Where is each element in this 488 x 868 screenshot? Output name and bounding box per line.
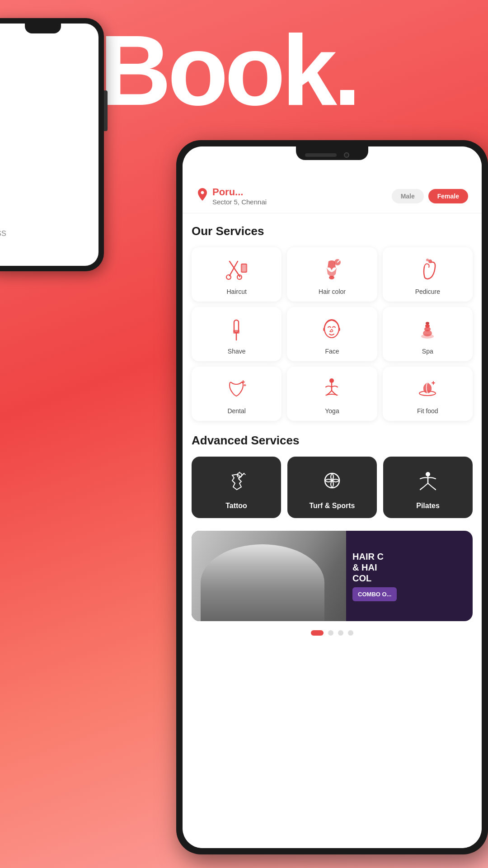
advanced-services-title: Advanced Services — [192, 434, 473, 448]
svg-line-0 — [230, 261, 240, 277]
promo-banner[interactable]: HAIR C& HAICOL COMBO O... — [192, 531, 473, 621]
svg-point-20 — [426, 322, 429, 325]
pagination-dots — [192, 621, 473, 640]
banner-title: HAIR C& HAICOL — [352, 551, 466, 584]
location-pin-icon — [196, 188, 209, 204]
service-card-spa[interactable]: Spa — [383, 307, 473, 361]
pedicure-label: Pedicure — [415, 288, 440, 295]
advanced-card-pilates[interactable]: Pilates — [383, 457, 473, 518]
spa-icon — [414, 316, 441, 343]
face-icon — [319, 316, 346, 343]
service-card-shave[interactable]: Shave — [192, 307, 282, 361]
notch — [296, 146, 368, 160]
yoga-label: Yoga — [325, 407, 339, 415]
hero-text: Book. — [99, 14, 357, 128]
our-services-title: Our Services — [192, 224, 473, 238]
gender-tabs: Male Female — [392, 189, 468, 203]
dental-label: Dental — [227, 407, 245, 415]
shave-icon — [223, 316, 250, 343]
app-content: Poru... Sector 5, Chennai Male Female Ou… — [183, 146, 482, 848]
svg-point-2 — [226, 275, 231, 279]
dot-2[interactable] — [328, 630, 333, 636]
advanced-card-tattoo[interactable]: Tattoo — [192, 457, 281, 518]
svg-point-25 — [329, 378, 334, 383]
svg-point-8 — [329, 276, 334, 279]
shave-label: Shave — [228, 348, 246, 355]
services-grid: Haircut Hair — [192, 247, 473, 421]
pilates-icon — [414, 469, 441, 496]
dental-icon — [223, 376, 250, 403]
tattoo-label: Tattoo — [225, 502, 247, 510]
tab-female-button[interactable]: Female — [428, 189, 468, 203]
banner-image — [192, 531, 346, 621]
dot-4[interactable] — [348, 630, 353, 636]
tab-male-button[interactable]: Male — [392, 189, 424, 203]
left-phone-notch — [25, 24, 61, 33]
phone-power-btn — [104, 90, 108, 131]
app-header: Poru... Sector 5, Chennai Male Female — [183, 164, 482, 213]
fitfood-icon — [414, 376, 441, 403]
header-location: Poru... Sector 5, Chennai — [196, 186, 267, 206]
service-card-fitfood[interactable]: Fit food — [383, 367, 473, 421]
svg-point-19 — [425, 324, 430, 328]
haircut-icon — [223, 256, 250, 283]
face-label: Face — [325, 348, 339, 355]
svg-point-33 — [426, 472, 430, 476]
combo-button[interactable]: COMBO O... — [352, 587, 397, 601]
tattoo-icon — [223, 469, 250, 496]
left-phone-partial-text: ss — [0, 227, 6, 239]
svg-point-11 — [426, 259, 429, 261]
sports-label: Turf & Sports — [309, 502, 355, 510]
service-card-pedicure[interactable]: Pedicure — [383, 247, 473, 302]
status-bar — [183, 146, 482, 164]
yoga-icon — [319, 376, 346, 403]
location-name: Poru... — [212, 186, 267, 198]
pedicure-icon — [414, 256, 441, 283]
service-card-face[interactable]: Face — [287, 307, 377, 361]
fitfood-label: Fit food — [417, 407, 438, 415]
service-card-yoga[interactable]: Yoga — [287, 367, 377, 421]
right-phone: Poru... Sector 5, Chennai Male Female Ou… — [176, 140, 488, 854]
svg-point-10 — [428, 259, 432, 263]
spa-label: Spa — [422, 348, 433, 355]
advanced-card-sports[interactable]: Turf & Sports — [287, 457, 377, 518]
dot-3[interactable] — [338, 630, 343, 636]
left-phone: ss — [0, 18, 104, 271]
sports-icon — [319, 469, 346, 496]
speaker-icon — [305, 153, 337, 157]
service-card-haircut[interactable]: Haircut — [192, 247, 282, 302]
service-card-haircolor[interactable]: Hair color — [287, 247, 377, 302]
left-phone-screen: ss — [0, 24, 99, 266]
advanced-grid: Tattoo — [192, 457, 473, 518]
camera-icon — [344, 152, 349, 158]
app-scroll-area[interactable]: Our Services — [183, 213, 482, 848]
haircolor-icon — [319, 256, 346, 283]
notch-row — [305, 149, 349, 158]
location-sub: Sector 5, Chennai — [212, 198, 267, 206]
service-card-dental[interactable]: Dental — [192, 367, 282, 421]
hair-silhouette — [201, 544, 324, 621]
haircut-label: Haircut — [226, 288, 246, 295]
haircolor-label: Hair color — [319, 288, 346, 295]
right-phone-screen: Poru... Sector 5, Chennai Male Female Ou… — [183, 146, 482, 848]
location-info: Poru... Sector 5, Chennai — [212, 186, 267, 206]
dot-1[interactable] — [311, 630, 324, 636]
banner-text-area: HAIR C& HAICOL COMBO O... — [346, 531, 473, 621]
pilates-label: Pilates — [416, 502, 440, 510]
